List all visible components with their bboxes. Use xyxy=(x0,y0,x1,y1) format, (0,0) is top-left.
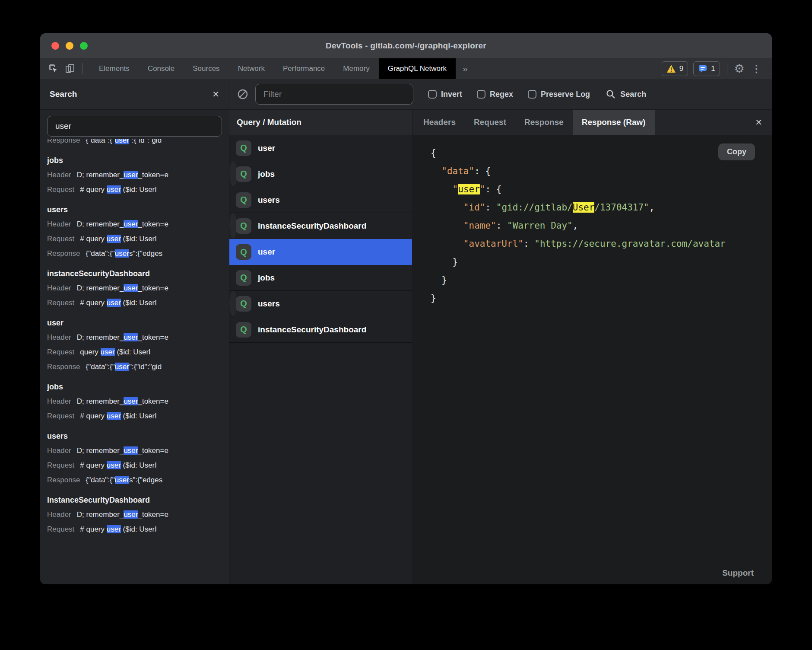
zoom-window-button[interactable] xyxy=(80,42,88,50)
search-result-group-title[interactable]: users xyxy=(47,429,229,443)
text-segment: : xyxy=(485,202,496,213)
response-tab-response-raw[interactable]: Response (Raw) xyxy=(573,110,655,135)
text-segment: s":{"edges xyxy=(129,249,162,258)
search-result-line[interactable]: Response{"data":{"users":{"edges xyxy=(47,246,229,261)
search-result-line[interactable]: HeaderD; remember_user_token=e xyxy=(47,281,229,296)
search-result-line[interactable]: Requestquery user ($id: UserI xyxy=(47,345,229,360)
search-result-line[interactable]: Request# query user ($id: UserI xyxy=(47,409,229,424)
search-result-group-title[interactable]: jobs xyxy=(47,379,229,394)
result-line-label: Response xyxy=(47,363,80,371)
tab-network[interactable]: Network xyxy=(229,58,274,79)
search-result-group-title[interactable]: user xyxy=(47,315,229,330)
highlighted-match: user xyxy=(107,185,121,194)
text-segment: "avatarUrl" xyxy=(463,239,523,249)
highlighted-match: User xyxy=(573,202,595,213)
kebab-menu-icon[interactable]: ⋮ xyxy=(750,64,763,74)
search-toggle[interactable]: Search xyxy=(606,89,646,99)
text-segment: _token=e xyxy=(138,510,168,519)
query-type-icon: Q xyxy=(236,140,251,156)
tab-memory[interactable]: Memory xyxy=(334,58,378,79)
text-segment: ($id: UserI xyxy=(121,461,157,469)
search-result-line[interactable]: Request# query user ($id: UserI xyxy=(47,296,229,310)
response-tab-response[interactable]: Response xyxy=(515,110,573,135)
minimize-window-button[interactable] xyxy=(66,42,73,50)
preserve-log-checkbox[interactable] xyxy=(528,90,536,99)
text-segment: {"data":{" xyxy=(86,363,115,371)
search-result-line[interactable]: HeaderD; remember_user_token=e xyxy=(47,507,229,522)
regex-checkbox[interactable] xyxy=(477,90,485,99)
device-toolbar-icon[interactable] xyxy=(63,62,76,75)
query-row-jobs[interactable]: Qjobs xyxy=(229,265,412,291)
close-response-panel-icon[interactable]: ✕ xyxy=(755,110,772,135)
text-segment: {"data":{" xyxy=(86,139,115,144)
result-line-label: Header xyxy=(47,171,71,179)
query-row-jobs[interactable]: Qjobs xyxy=(229,161,237,187)
text-segment: # query xyxy=(80,299,106,307)
copy-button[interactable]: Copy xyxy=(718,143,755,160)
query-row-instancesecuritydashboard[interactable]: QinstanceSecurityDashboard xyxy=(229,317,412,343)
invert-label: Invert xyxy=(441,90,462,99)
search-result-line[interactable]: HeaderD; remember_user_token=e xyxy=(47,330,229,345)
text-segment: ($id: UserI xyxy=(115,348,151,356)
search-result-line[interactable]: Request# query user ($id: UserI xyxy=(47,522,229,537)
search-result-line[interactable]: Response{"data":{"user":{"id":"gid xyxy=(47,139,229,148)
query-row-users[interactable]: Qusers xyxy=(229,187,412,213)
query-row-users[interactable]: Qusers xyxy=(229,291,237,317)
checkbox-group-regex[interactable]: Regex xyxy=(477,90,513,99)
search-result-line[interactable]: Response{"data":{"user":{"id":"gid xyxy=(47,360,229,374)
search-result-line[interactable]: Request# query user ($id: UserI xyxy=(47,232,229,246)
text-segment xyxy=(431,166,441,176)
close-search-icon[interactable]: ✕ xyxy=(212,89,219,99)
search-result-line[interactable]: HeaderD; remember_user_token=e xyxy=(47,217,229,232)
invert-checkbox[interactable] xyxy=(428,90,437,99)
checkbox-group-invert[interactable]: Invert xyxy=(428,90,462,99)
tab-console[interactable]: Console xyxy=(139,58,184,79)
tab-graphql-network[interactable]: GraphQL Network xyxy=(379,58,456,79)
result-line-label: Header xyxy=(47,220,71,228)
query-row-user-selected[interactable]: Quser xyxy=(229,239,412,265)
highlighted-match: user xyxy=(101,348,115,356)
query-row-instancesecuritydashboard[interactable]: QinstanceSecurityDashboard xyxy=(229,213,237,239)
text-segment: D; remember_ xyxy=(77,333,124,341)
filter-input[interactable] xyxy=(255,84,413,105)
close-window-button[interactable] xyxy=(51,42,59,50)
search-input[interactable] xyxy=(47,116,222,137)
settings-gear-icon[interactable]: ⚙ xyxy=(734,63,745,75)
query-row-user[interactable]: Quser xyxy=(229,135,412,161)
response-tab-headers[interactable]: Headers xyxy=(414,110,465,135)
text-segment: ($id: UserI xyxy=(121,412,157,420)
checkbox-group-preserve-log[interactable]: Preserve Log xyxy=(528,90,590,99)
inspect-element-icon[interactable] xyxy=(47,62,60,75)
search-result-line[interactable]: HeaderD; remember_user_token=e xyxy=(47,394,229,409)
query-row-label: jobs xyxy=(258,273,275,283)
search-result-group-title[interactable]: jobs xyxy=(47,153,229,168)
query-row-label: jobs xyxy=(258,169,275,179)
search-result-group-title[interactable]: users xyxy=(47,202,229,217)
search-result-group-title[interactable]: instanceSecurityDashboard xyxy=(47,266,229,281)
search-result-line[interactable]: Request# query user ($id: UserI xyxy=(47,458,229,473)
titlebar: DevTools - gitlab.com/-/graphql-explorer xyxy=(40,33,772,58)
search-result-line[interactable]: Request# query user ($id: UserI xyxy=(47,182,229,197)
highlighted-match: user xyxy=(124,284,138,292)
filter-bar: InvertRegexPreserve Log Search xyxy=(229,79,772,110)
tab-sources[interactable]: Sources xyxy=(184,58,228,79)
text-segment: : xyxy=(496,220,507,231)
query-list-panel: Query / Mutation QuserQjobsQusersQinstan… xyxy=(229,110,412,584)
search-result-line[interactable]: HeaderD; remember_user_token=e xyxy=(47,443,229,458)
toolbar-divider xyxy=(727,63,727,74)
text-segment: /13704317" xyxy=(594,202,649,213)
tab-elements[interactable]: Elements xyxy=(90,58,139,79)
more-tabs-chevron-icon[interactable]: » xyxy=(456,58,475,79)
result-line-label: Request xyxy=(47,461,74,469)
text-segment: { xyxy=(431,148,436,158)
issues-badge[interactable]: 1 xyxy=(693,61,720,76)
search-result-line[interactable]: HeaderD; remember_user_token=e xyxy=(47,168,229,182)
text-segment: _token=e xyxy=(138,397,168,405)
support-link[interactable]: Support xyxy=(722,568,754,578)
tab-performance[interactable]: Performance xyxy=(274,58,334,79)
clear-icon[interactable] xyxy=(236,88,249,101)
response-tab-request[interactable]: Request xyxy=(465,110,515,135)
warnings-badge[interactable]: 9 xyxy=(662,61,688,76)
search-result-line[interactable]: Response{"data":{"users":{"edges xyxy=(47,473,229,488)
search-result-group-title[interactable]: instanceSecurityDashboard xyxy=(47,493,229,507)
